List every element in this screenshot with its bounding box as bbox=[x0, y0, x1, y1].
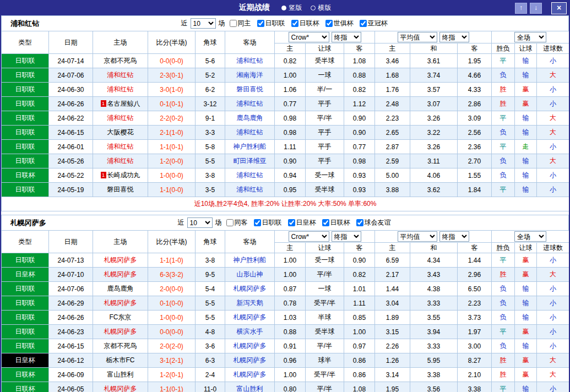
checkbox[interactable] bbox=[230, 20, 237, 27]
home-team-name[interactable]: FC东京 bbox=[110, 313, 132, 321]
home-team-name[interactable]: 札幌冈萨多 bbox=[104, 270, 137, 278]
league-checkbox[interactable]: 亚冠杯 bbox=[360, 19, 388, 28]
asian-odds-cell: 平手 bbox=[306, 154, 344, 168]
layout-radio[interactable]: 竖版 bbox=[281, 3, 302, 13]
asian-odds-cell: 受一球 bbox=[306, 168, 344, 183]
away-team-name[interactable]: 札幌冈萨多 bbox=[234, 371, 267, 378]
final-odds-select-2[interactable]: 终指 bbox=[439, 32, 469, 42]
away-team-name[interactable]: 神户胜利船 bbox=[234, 143, 267, 150]
away-team-name[interactable]: 富山胜利 bbox=[237, 385, 263, 392]
away-team-name[interactable]: 湘南海洋 bbox=[237, 71, 263, 79]
home-team-name[interactable]: 大阪樱花 bbox=[107, 128, 134, 136]
asian-odds-cell: 0.87 bbox=[275, 282, 306, 296]
league-type-cell: 日职联 bbox=[2, 339, 49, 353]
unit-label: 场 bbox=[215, 218, 222, 227]
home-team-name[interactable]: 磐田喜悦 bbox=[107, 186, 134, 193]
scroll-up-button[interactable]: ↑ bbox=[515, 3, 527, 14]
checkbox[interactable] bbox=[291, 20, 298, 27]
away-team-name[interactable]: 札幌冈萨多 bbox=[234, 356, 267, 364]
away-team-name[interactable]: 浦和红钻 bbox=[237, 186, 263, 193]
home-team-name[interactable]: 京都不死鸟 bbox=[104, 342, 137, 350]
corner-cell: 5-8 bbox=[196, 140, 225, 154]
same-venue-checkbox[interactable]: 同主 bbox=[230, 19, 251, 28]
home-team-name[interactable]: 京都不死鸟 bbox=[104, 57, 137, 64]
asian-odds-cell: 1.11 bbox=[344, 296, 375, 311]
away-team-name[interactable]: 札幌冈萨多 bbox=[234, 342, 267, 350]
checkbox[interactable] bbox=[322, 219, 329, 226]
away-team-name[interactable]: 札幌冈萨多 bbox=[234, 313, 267, 321]
away-team-name[interactable]: 町田泽维亚 bbox=[234, 157, 267, 165]
away-team-name[interactable]: 浦和红钻 bbox=[237, 128, 263, 136]
home-team-name[interactable]: 栃木市FC bbox=[106, 356, 135, 364]
league-checkbox[interactable]: 日联杯 bbox=[291, 19, 319, 28]
match-count-select[interactable]: 10 bbox=[191, 18, 216, 29]
home-team-name[interactable]: 札幌冈萨多 bbox=[104, 328, 137, 335]
checkbox[interactable] bbox=[356, 219, 363, 226]
bookmaker-select[interactable]: Crow* bbox=[289, 32, 329, 42]
scope-select[interactable]: 全场 bbox=[514, 32, 546, 42]
sub-col-handicap-result: 让球 bbox=[515, 243, 537, 253]
euro-odds-cell: 3.33 bbox=[410, 296, 458, 311]
checkbox[interactable] bbox=[288, 219, 295, 226]
asian-odds-cell: 一球 bbox=[306, 282, 344, 296]
asian-odds-cell: 0.82 bbox=[344, 83, 375, 97]
home-team-name[interactable]: 札幌冈萨多 bbox=[104, 256, 137, 264]
home-team-name[interactable]: 鹿岛鹿角 bbox=[107, 285, 134, 292]
away-team-name[interactable]: 浦和红钻 bbox=[237, 100, 263, 107]
home-team-name[interactable]: 长崎成功丸 bbox=[107, 171, 140, 179]
unit-label: 场 bbox=[219, 19, 225, 28]
euro-odds-cell: 2.36 bbox=[458, 140, 492, 154]
home-team-name[interactable]: 札幌冈萨多 bbox=[104, 299, 137, 307]
league-checkbox[interactable]: 世俱杯 bbox=[325, 19, 354, 28]
league-checkbox[interactable]: 日联杯 bbox=[322, 218, 350, 227]
league-checkbox[interactable]: 球会友谊 bbox=[356, 218, 391, 227]
result-cell: 小 bbox=[537, 183, 569, 197]
home-team-name[interactable]: 札幌冈萨多 bbox=[104, 385, 137, 392]
checkbox[interactable] bbox=[226, 219, 234, 226]
bookmaker-select[interactable]: Crow* bbox=[289, 231, 329, 242]
result-cell: 小 bbox=[537, 54, 569, 68]
layout-radio[interactable]: 横版 bbox=[311, 3, 331, 13]
away-team-name[interactable]: 新泻天鹅 bbox=[237, 299, 263, 307]
league-checkbox[interactable]: 日皇杯 bbox=[288, 218, 316, 227]
section-header: 浦和红钻 近 10 场 同主日职联日联杯世俱杯亚冠杯 bbox=[1, 15, 569, 31]
home-team-name[interactable]: 富山胜利 bbox=[107, 371, 134, 378]
close-icon[interactable]: × bbox=[551, 2, 567, 14]
average-odds-select[interactable]: 平均值 bbox=[398, 231, 437, 242]
home-team-name[interactable]: 浦和红钻 bbox=[107, 71, 134, 79]
average-odds-select[interactable]: 平均值 bbox=[398, 32, 437, 42]
final-odds-select-2[interactable]: 终指 bbox=[439, 231, 469, 242]
league-checkbox[interactable]: 日职联 bbox=[257, 19, 285, 28]
final-odds-select[interactable]: 终指 bbox=[332, 32, 361, 42]
away-team-name[interactable]: 札幌冈萨多 bbox=[234, 285, 267, 292]
away-team-name[interactable]: 鹿岛鹿角 bbox=[237, 114, 263, 122]
checkbox[interactable] bbox=[325, 20, 333, 27]
league-checkbox[interactable]: 日职联 bbox=[254, 218, 282, 227]
away-team-name[interactable]: 横滨水手 bbox=[237, 328, 263, 335]
scroll-down-button[interactable]: ↓ bbox=[530, 3, 542, 14]
home-team-name[interactable]: 浦和红钻 bbox=[107, 114, 134, 122]
away-team-name[interactable]: 浦和红钻 bbox=[237, 171, 263, 179]
result-cell: 大 bbox=[537, 126, 569, 140]
away-team-name[interactable]: 神户胜利船 bbox=[234, 256, 267, 264]
result-cell: 输 bbox=[515, 183, 537, 197]
home-team-name[interactable]: 浦和红钻 bbox=[107, 85, 134, 93]
home-team-cell: 富山胜利 bbox=[93, 368, 148, 382]
recent-results-window: 近期战绩 竖版横版 ↑ ↓ × 浦和红钻 近 10 场 同主日职联日联杯世俱杯亚… bbox=[0, 0, 570, 392]
result-cell: 输 bbox=[515, 154, 537, 168]
home-team-name[interactable]: 浦和红钻 bbox=[107, 143, 134, 150]
home-team-name[interactable]: 浦和红钻 bbox=[107, 157, 134, 165]
away-team-name[interactable]: 浦和红钻 bbox=[237, 57, 263, 64]
same-venue-checkbox[interactable]: 同客 bbox=[226, 218, 248, 227]
checkbox[interactable] bbox=[254, 219, 261, 226]
away-team-name[interactable]: 山形山神 bbox=[237, 270, 263, 278]
checkbox[interactable] bbox=[257, 20, 264, 27]
euro-odds-cell: 3.14 bbox=[375, 368, 410, 382]
away-team-name[interactable]: 磐田喜悦 bbox=[237, 85, 263, 93]
match-count-select[interactable]: 10 bbox=[187, 217, 213, 228]
checkbox[interactable] bbox=[360, 20, 367, 27]
final-odds-select[interactable]: 终指 bbox=[332, 231, 361, 242]
scope-select[interactable]: 全场 bbox=[514, 231, 546, 242]
home-team-name[interactable]: 名古屋鲸八 bbox=[107, 100, 140, 107]
euro-odds-cell: 1.97 bbox=[458, 325, 492, 339]
